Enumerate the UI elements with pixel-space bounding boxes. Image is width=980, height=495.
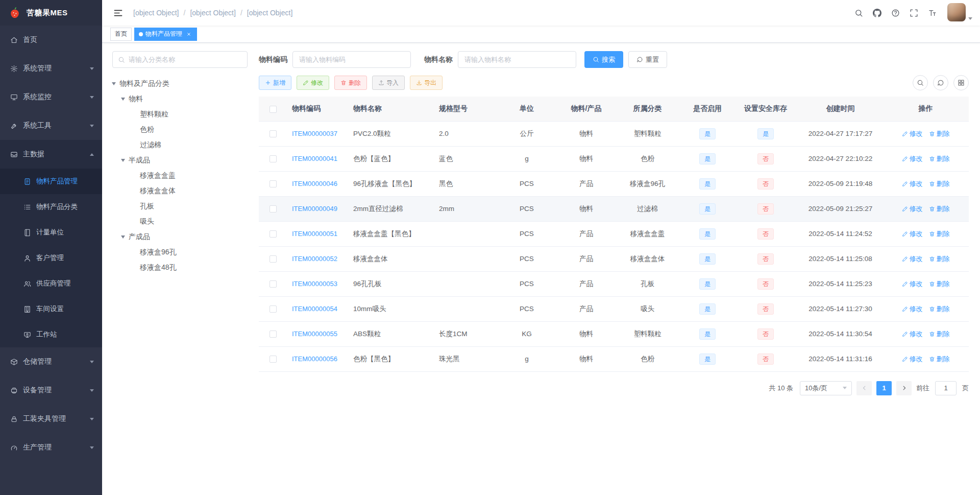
breadcrumb-item[interactable]: [object Object] — [179, 9, 236, 17]
item-code-link[interactable]: ITEM00000046 — [292, 180, 337, 187]
sidebar-menu-item[interactable]: 主数据 — [0, 140, 102, 169]
row-delete-button[interactable]: 删除 — [929, 254, 950, 264]
sidebar-menu-item[interactable]: 工装夹具管理 — [0, 405, 102, 433]
material-code-input[interactable] — [292, 51, 411, 68]
page-size-select[interactable]: 10条/页 — [800, 381, 852, 395]
tree-caret-icon[interactable] — [112, 82, 116, 85]
breadcrumb-item[interactable]: [object Object] — [133, 9, 179, 17]
tree-search-input[interactable] — [129, 56, 242, 63]
tree-node[interactable]: 移液盒48孔 — [112, 260, 248, 275]
row-delete-button[interactable]: 删除 — [929, 355, 950, 364]
tree-caret-icon[interactable] — [121, 98, 125, 101]
tree-node[interactable]: 半成品 — [112, 153, 248, 168]
row-edit-button[interactable]: 修改 — [902, 279, 923, 289]
sidebar-menu-item[interactable]: 系统监控 — [0, 83, 102, 111]
row-checkbox[interactable] — [270, 155, 277, 162]
hamburger-icon[interactable] — [110, 5, 126, 21]
fullscreen-icon[interactable] — [905, 5, 922, 21]
user-menu[interactable] — [947, 3, 972, 22]
delete-button[interactable]: 删除 — [334, 76, 367, 90]
app-logo[interactable]: 苦糖果MES — [0, 0, 102, 26]
row-edit-button[interactable]: 修改 — [902, 355, 923, 364]
reset-button[interactable]: 重置 — [628, 51, 667, 68]
item-code-link[interactable]: ITEM00000054 — [292, 305, 337, 313]
edit-button[interactable]: 修改 — [297, 76, 329, 90]
row-delete-button[interactable]: 删除 — [929, 304, 950, 314]
row-edit-button[interactable]: 修改 — [902, 229, 923, 239]
tree-node[interactable]: 移液盒96孔 — [112, 245, 248, 260]
item-code-link[interactable]: ITEM00000041 — [292, 155, 337, 162]
search-icon[interactable] — [850, 5, 867, 21]
select-all-checkbox[interactable] — [270, 106, 277, 113]
tree-node[interactable]: 吸头 — [112, 214, 248, 229]
row-checkbox[interactable] — [270, 230, 277, 238]
sidebar-menu-item[interactable]: 供应商管理 — [0, 271, 102, 296]
row-edit-button[interactable]: 修改 — [902, 329, 923, 339]
tree-node[interactable]: 产成品 — [112, 229, 248, 245]
tag-item[interactable]: 物料产品管理 — [134, 28, 197, 41]
sidebar-menu-item[interactable]: 物料产品管理 — [0, 169, 102, 194]
tree-node[interactable]: 物料 — [112, 91, 248, 107]
tree-node[interactable]: 物料及产品分类 — [112, 76, 248, 91]
tree-node[interactable]: 过滤棉 — [112, 137, 248, 153]
sidebar-menu-item[interactable]: 系统工具 — [0, 111, 102, 140]
row-checkbox[interactable] — [270, 331, 277, 338]
row-edit-button[interactable]: 修改 — [902, 254, 923, 264]
goto-page-input[interactable] — [935, 381, 957, 395]
font-size-icon[interactable] — [924, 5, 940, 21]
row-checkbox[interactable] — [270, 130, 277, 137]
refresh-table-button[interactable] — [933, 75, 948, 90]
sidebar-menu-item[interactable]: 生产管理 — [0, 433, 102, 462]
import-button[interactable]: 导入 — [372, 76, 405, 90]
tree-node[interactable]: 色粉 — [112, 122, 248, 137]
search-button[interactable]: 搜索 — [584, 51, 623, 68]
row-edit-button[interactable]: 修改 — [902, 129, 923, 138]
tree-caret-icon[interactable] — [121, 235, 125, 239]
sidebar-menu-item[interactable]: 计量单位 — [0, 220, 102, 245]
sidebar-menu-item[interactable]: 客户管理 — [0, 245, 102, 271]
item-code-link[interactable]: ITEM00000052 — [292, 255, 337, 263]
sidebar-menu-item[interactable]: 系统管理 — [0, 54, 102, 83]
sidebar-menu-item[interactable]: 仓储管理 — [0, 347, 102, 376]
row-checkbox[interactable] — [270, 280, 277, 288]
row-checkbox[interactable] — [270, 255, 277, 263]
row-delete-button[interactable]: 删除 — [929, 279, 950, 289]
row-edit-button[interactable]: 修改 — [902, 179, 923, 188]
row-edit-button[interactable]: 修改 — [902, 204, 923, 214]
material-name-input[interactable] — [458, 51, 576, 68]
breadcrumb-item[interactable]: [object Object] — [236, 9, 292, 17]
page-number-button[interactable]: 1 — [876, 381, 892, 395]
tag-item[interactable]: 首页 — [110, 28, 132, 41]
item-code-link[interactable]: ITEM00000053 — [292, 280, 337, 288]
row-checkbox[interactable] — [270, 205, 277, 213]
item-code-link[interactable]: ITEM00000051 — [292, 230, 337, 238]
export-button[interactable]: 导出 — [410, 76, 443, 90]
sidebar-menu-item[interactable]: 车间设置 — [0, 296, 102, 322]
row-edit-button[interactable]: 修改 — [902, 154, 923, 163]
github-icon[interactable] — [869, 5, 885, 21]
sidebar-menu-item[interactable]: 设备管理 — [0, 376, 102, 405]
tree-node[interactable]: 塑料颗粒 — [112, 107, 248, 122]
tree-caret-icon[interactable] — [121, 159, 125, 162]
tag-close-icon[interactable] — [185, 31, 192, 38]
item-code-link[interactable]: ITEM00000055 — [292, 330, 337, 338]
sidebar-menu-item[interactable]: 首页 — [0, 26, 102, 54]
add-button[interactable]: 新增 — [259, 76, 291, 90]
item-code-link[interactable]: ITEM00000037 — [292, 130, 337, 137]
prev-page-button[interactable] — [856, 381, 872, 395]
toggle-search-button[interactable] — [913, 75, 928, 90]
row-delete-button[interactable]: 删除 — [929, 129, 950, 138]
tree-node[interactable]: 移液盒盒盖 — [112, 168, 248, 183]
row-delete-button[interactable]: 删除 — [929, 179, 950, 188]
item-code-link[interactable]: ITEM00000056 — [292, 355, 337, 363]
tree-node[interactable]: 移液盒盒体 — [112, 183, 248, 199]
row-delete-button[interactable]: 删除 — [929, 229, 950, 239]
sidebar-menu-item[interactable]: 物料产品分类 — [0, 194, 102, 220]
row-checkbox[interactable] — [270, 305, 277, 313]
columns-button[interactable] — [953, 75, 969, 90]
row-delete-button[interactable]: 删除 — [929, 204, 950, 214]
row-checkbox[interactable] — [270, 356, 277, 363]
row-delete-button[interactable]: 删除 — [929, 154, 950, 163]
tree-node[interactable]: 孔板 — [112, 199, 248, 214]
sidebar-menu-item[interactable]: 工作站 — [0, 322, 102, 347]
